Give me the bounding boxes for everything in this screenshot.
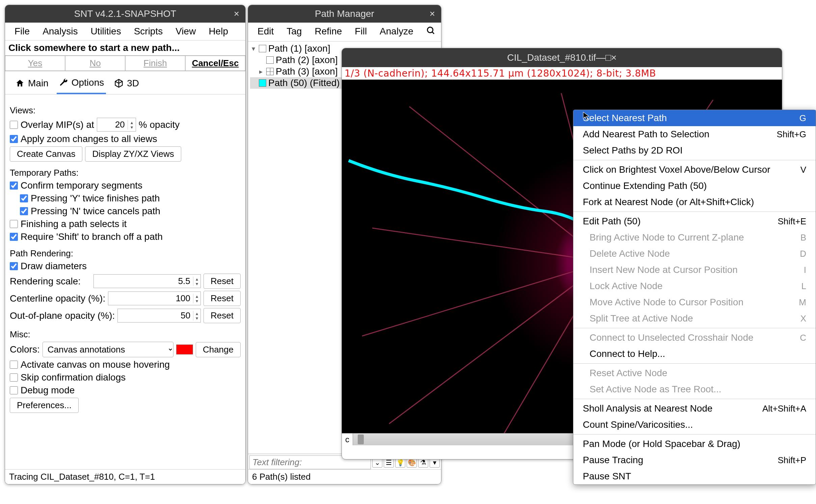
context-menu-item[interactable]: Add Nearest Path to SelectionShift+G [573, 126, 816, 142]
scale-label: Rendering scale: [10, 276, 91, 287]
context-menu-item[interactable]: Click on Brightest Voxel Above/Below Cur… [573, 162, 816, 178]
menu-item-shortcut: V [800, 165, 806, 175]
apply-zoom-checkbox[interactable] [10, 135, 18, 143]
menu-item-shortcut: G [799, 113, 806, 123]
minimize-icon[interactable]: — [596, 52, 605, 63]
activate-hover-checkbox[interactable] [10, 361, 18, 369]
pm-menubar: Edit Tag Refine Fill Analyze [248, 23, 441, 41]
menu-separator [573, 160, 816, 160]
menu-file[interactable]: File [8, 25, 36, 38]
skip-confirm-checkbox[interactable] [10, 373, 18, 382]
viewer-title: CIL_Dataset_#810.tif [507, 52, 596, 63]
search-icon[interactable] [420, 25, 441, 39]
menu-item-label: Split Tree at Active Node [590, 313, 693, 324]
context-menu-item[interactable]: Edit Path (50)Shift+E [573, 213, 816, 229]
reset-oop-button[interactable]: Reset [203, 308, 241, 323]
path-label: Path (3) [axon] [276, 66, 338, 77]
scrollbar-thumb[interactable] [358, 435, 364, 444]
spin-up-icon[interactable]: ▴ [128, 120, 136, 125]
spin-down-icon[interactable]: ▾ [128, 125, 136, 130]
spin-up-icon[interactable]: ▴ [193, 294, 200, 299]
create-canvas-button[interactable]: Create Canvas [10, 146, 82, 162]
pm-title: Path Manager [315, 8, 374, 19]
spin-up-icon[interactable]: ▴ [193, 277, 200, 281]
cancel-button[interactable]: Cancel/Esc [185, 56, 245, 71]
context-menu-item: Bring Active Node to Current Z-planeB [573, 229, 816, 246]
colors-select[interactable]: Canvas annotations [43, 342, 173, 357]
close-icon[interactable]: × [234, 8, 239, 19]
context-menu-item[interactable]: Pause TracingShift+P [573, 452, 816, 468]
menu-edit[interactable]: Edit [251, 25, 280, 39]
menu-tag[interactable]: Tag [280, 25, 308, 39]
menu-utilities[interactable]: Utilities [84, 25, 127, 38]
menu-item-label: Select Nearest Path [583, 113, 667, 123]
menu-help[interactable]: Help [202, 25, 234, 38]
menu-analyze[interactable]: Analyze [374, 25, 419, 39]
context-menu-item[interactable]: Pause SNT [573, 468, 816, 484]
menu-fill[interactable]: Fill [349, 25, 373, 39]
confirm-temp-checkbox[interactable] [10, 181, 18, 190]
maximize-icon[interactable]: □ [605, 52, 611, 63]
debug-checkbox[interactable] [10, 386, 18, 394]
menu-item-label: Select Paths by 2D ROI [583, 145, 683, 156]
spin-down-icon[interactable]: ▾ [193, 281, 200, 286]
preferences-button[interactable]: Preferences... [10, 398, 79, 413]
menu-analysis[interactable]: Analysis [36, 25, 84, 38]
draw-diam-checkbox[interactable] [10, 262, 18, 270]
reset-scale-button[interactable]: Reset [203, 274, 241, 289]
require-shift-checkbox[interactable] [10, 233, 18, 241]
context-menu-item[interactable]: Connect to Help... [573, 346, 816, 362]
spin-down-icon[interactable]: ▾ [193, 299, 200, 303]
press-y-checkbox[interactable] [20, 194, 28, 202]
spin-up-icon[interactable]: ▴ [193, 311, 200, 316]
context-menu-item[interactable]: Select Paths by 2D ROI [573, 142, 816, 159]
menu-item-label: Pan Mode (or Hold Spacebar & Drag) [583, 439, 740, 449]
context-menu-item: Connect to Unselected Crosshair NodeC [573, 330, 816, 346]
path-label: Path (2) [axon] [276, 55, 338, 65]
tree-expander-icon[interactable]: ▾ [250, 45, 257, 53]
context-menu-item[interactable]: Select Nearest PathG [573, 110, 816, 126]
close-icon[interactable]: × [430, 8, 435, 19]
context-menu-item: Move Active Node to Cursor PositionM [573, 294, 816, 310]
spin-down-icon[interactable]: ▾ [193, 316, 200, 320]
change-color-button[interactable]: Change [196, 342, 241, 357]
context-menu-item: Lock Active NodeL [573, 278, 816, 294]
overlay-value[interactable] [97, 118, 128, 131]
context-menu-item[interactable]: Sholl Analysis at Nearest NodeAlt+Shift+… [573, 400, 816, 417]
color-swatch[interactable] [176, 344, 193, 355]
menu-item-shortcut: C [800, 333, 806, 343]
menu-item-label: Sholl Analysis at Nearest Node [583, 403, 712, 414]
snt-menubar: File Analysis Utilities Scripts View Hel… [5, 23, 245, 40]
context-menu[interactable]: Select Nearest PathGAdd Nearest Path to … [573, 110, 816, 485]
menu-item-shortcut: Shift+G [777, 129, 806, 140]
context-menu-item[interactable]: Continue Extending Path (50) [573, 178, 816, 194]
display-views-button[interactable]: Display ZY/XZ Views [85, 146, 181, 162]
tab-3d[interactable]: 3D [112, 75, 141, 94]
press-n-checkbox[interactable] [20, 207, 28, 215]
reset-center-button[interactable]: Reset [203, 291, 241, 306]
tab-options[interactable]: Options [57, 75, 106, 94]
menu-item-shortcut: L [801, 281, 806, 291]
rendering-label: Path Rendering: [10, 248, 241, 259]
overlay-checkbox[interactable] [10, 121, 18, 129]
center-spinner[interactable]: ▴▾ [108, 291, 201, 305]
pm-titlebar[interactable]: Path Manager × [248, 5, 441, 23]
close-icon[interactable]: × [611, 52, 617, 63]
viewer-titlebar[interactable]: CIL_Dataset_#810.tif — □ × [342, 48, 782, 67]
finish-selects-checkbox[interactable] [10, 220, 18, 228]
menu-item-label: Lock Active Node [590, 281, 662, 291]
tab-main[interactable]: Main [13, 75, 51, 94]
context-menu-item[interactable]: Count Spine/Varicosities... [573, 417, 816, 433]
context-menu-item[interactable]: Pan Mode (or Hold Spacebar & Drag) [573, 436, 816, 452]
apply-zoom-label: Apply zoom changes to all views [21, 134, 157, 144]
context-menu-item: Delete Active NodeD [573, 246, 816, 262]
menu-refine[interactable]: Refine [308, 25, 348, 39]
menu-view[interactable]: View [169, 25, 202, 38]
oop-spinner[interactable]: ▴▾ [117, 309, 201, 323]
context-menu-item[interactable]: Fork at Nearest Node (or Alt+Shift+Click… [573, 194, 816, 210]
tree-expander-icon[interactable]: ▸ [257, 67, 264, 76]
snt-titlebar[interactable]: SNT v4.2.1-SNAPSHOT × [5, 5, 245, 23]
overlay-spinner[interactable]: ▴▾ [97, 118, 136, 132]
scale-spinner[interactable]: ▴▾ [93, 274, 201, 288]
menu-scripts[interactable]: Scripts [128, 25, 169, 38]
